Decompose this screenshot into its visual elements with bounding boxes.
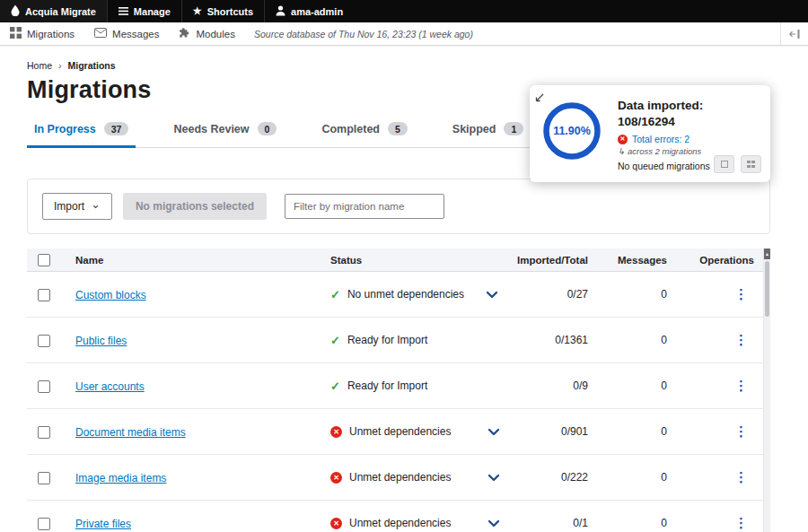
messages-label: Messages	[112, 29, 159, 39]
tab-needs-review[interactable]: Needs Review 0	[166, 122, 284, 147]
migration-link[interactable]: Image media items	[75, 472, 166, 484]
import-label: Import	[54, 200, 84, 213]
tab-count-badge: 0	[258, 122, 277, 135]
errors-scope-label: across 2 migrations	[628, 146, 701, 156]
breadcrumb-home-link[interactable]: Home	[27, 60, 52, 71]
row-checkbox[interactable]	[38, 380, 50, 393]
puzzle-icon	[179, 27, 190, 40]
status-text: Ready for Import	[347, 379, 479, 392]
messages-count: 0	[595, 288, 674, 301]
migration-link[interactable]: Custom blocks	[75, 289, 146, 301]
kebab-menu-icon[interactable]: ⋮	[728, 378, 754, 394]
imported-total-value: 0/1361	[503, 334, 595, 346]
migration-link[interactable]: Document media items	[75, 426, 186, 439]
status-text: Unmet dependencies	[349, 471, 480, 484]
imported-total-value: 0/9	[503, 379, 595, 392]
no-migrations-selected-button[interactable]: No migrations selected	[123, 193, 267, 220]
tab-count-badge: 5	[388, 122, 408, 135]
breadcrumb-current: Migrations	[68, 60, 116, 71]
imported-total-value: 0/901	[503, 425, 595, 438]
status-text: Ready for Import	[347, 334, 479, 346]
shortcuts-label: Shortcuts	[207, 6, 253, 17]
migration-controls: Import ⌄ No migrations selected	[27, 179, 770, 234]
migration-link[interactable]: User accounts	[75, 380, 145, 393]
brand-label: Acquia Migrate	[25, 6, 96, 17]
collapse-arrow-icon	[789, 26, 800, 42]
kebab-menu-icon[interactable]: ⋮	[728, 332, 754, 348]
table-row: Document media items ✕ Unmet dependencie…	[27, 409, 763, 455]
header-status: Status	[330, 255, 503, 266]
manage-menu-item[interactable]: Manage	[107, 0, 181, 22]
modules-label: Modules	[196, 29, 234, 39]
check-icon: ✓	[330, 334, 340, 347]
migration-filter-input[interactable]	[285, 194, 444, 219]
envelope-icon	[94, 28, 107, 39]
username-label: ama-admin	[291, 6, 343, 17]
grid-icon	[10, 27, 22, 40]
tab-label: Completed	[321, 123, 380, 135]
migrations-table: Name Status Imported/Total Messages Oper…	[27, 249, 763, 532]
tab-completed[interactable]: Completed 5	[314, 122, 414, 147]
select-all-checkbox[interactable]	[38, 254, 50, 266]
acquia-migrate-brand[interactable]: Acquia Migrate	[0, 0, 107, 22]
data-imported-title: Data imported:	[618, 98, 710, 114]
migrations-table-wrap: Name Status Imported/Total Messages Oper…	[27, 249, 770, 532]
queue-grid-button[interactable]	[741, 155, 761, 173]
total-errors-link[interactable]: ✕ Total errors: 2	[618, 134, 710, 144]
kebab-menu-icon[interactable]: ⋮	[728, 286, 754, 302]
queue-status: No queued migrations	[618, 161, 710, 171]
kebab-menu-icon[interactable]: ⋮	[728, 515, 754, 531]
breadcrumb: Home › Migrations	[27, 60, 770, 71]
header-operations: Operations	[674, 255, 763, 266]
chevron-down-icon[interactable]	[486, 291, 498, 299]
progress-ring: 11.90%	[542, 101, 602, 161]
chevron-down-icon[interactable]	[487, 428, 500, 436]
table-row: Private files ✕ Unmet dependencies 0/1 0…	[27, 501, 763, 532]
user-icon	[276, 5, 285, 18]
total-errors-label: Total errors: 2	[632, 134, 689, 144]
toolbar-item-modules[interactable]: Modules	[169, 22, 244, 45]
check-icon: ✓	[330, 379, 340, 393]
stop-icon	[721, 161, 728, 168]
chevron-down-icon[interactable]	[487, 474, 500, 482]
header-messages: Messages	[595, 255, 674, 266]
tab-label: In Progress	[34, 123, 96, 135]
secondary-toolbar: Migrations Messages Modules Source datab…	[0, 22, 808, 46]
toolbar-item-migrations[interactable]: Migrations	[0, 22, 84, 45]
kebab-menu-icon[interactable]: ⋮	[728, 423, 754, 440]
toolbar-item-messages[interactable]: Messages	[84, 22, 169, 45]
row-checkbox[interactable]	[38, 472, 50, 484]
tab-in-progress[interactable]: In Progress 37	[27, 122, 136, 147]
row-checkbox[interactable]	[38, 518, 50, 530]
progress-percent: 11.90%	[542, 101, 602, 161]
stop-button[interactable]	[714, 155, 734, 173]
scrollbar-thumb[interactable]	[765, 261, 769, 317]
tab-skipped[interactable]: Skipped 1	[445, 122, 531, 147]
chevron-down-icon[interactable]	[487, 519, 500, 528]
error-icon: ✕	[330, 472, 342, 484]
table-row: User accounts ✓ Ready for Import 0/9 0 ⋮	[27, 363, 763, 409]
tab-count-badge: 37	[104, 122, 129, 135]
messages-count: 0	[595, 425, 674, 438]
shortcuts-menu-item[interactable]: ★ Shortcuts	[181, 0, 264, 22]
migration-link[interactable]: Private files	[75, 518, 131, 530]
migration-link[interactable]: Public files	[75, 335, 127, 347]
tab-label: Skipped	[452, 123, 496, 135]
breadcrumb-separator: ›	[58, 60, 62, 71]
row-checkbox[interactable]	[38, 426, 50, 439]
tab-count-badge: 1	[504, 122, 523, 135]
imported-total-value: 0/27	[503, 288, 595, 301]
migrations-label: Migrations	[27, 29, 75, 39]
errors-scope-note: ↳ across 2 migrations	[618, 146, 710, 156]
header-imported-total: Imported/Total	[503, 255, 595, 266]
row-checkbox[interactable]	[38, 335, 50, 347]
caret-down-icon: ⌄	[91, 203, 101, 206]
row-checkbox[interactable]	[38, 289, 50, 301]
messages-count: 0	[595, 517, 674, 529]
manage-label: Manage	[134, 6, 171, 17]
scroll-up-button[interactable]: ▲	[764, 249, 770, 259]
toolbar-collapse-toggle[interactable]	[780, 22, 808, 45]
kebab-menu-icon[interactable]: ⋮	[728, 469, 754, 485]
import-dropdown-button[interactable]: Import ⌄	[42, 193, 112, 220]
user-menu-item[interactable]: ama-admin	[264, 0, 354, 22]
